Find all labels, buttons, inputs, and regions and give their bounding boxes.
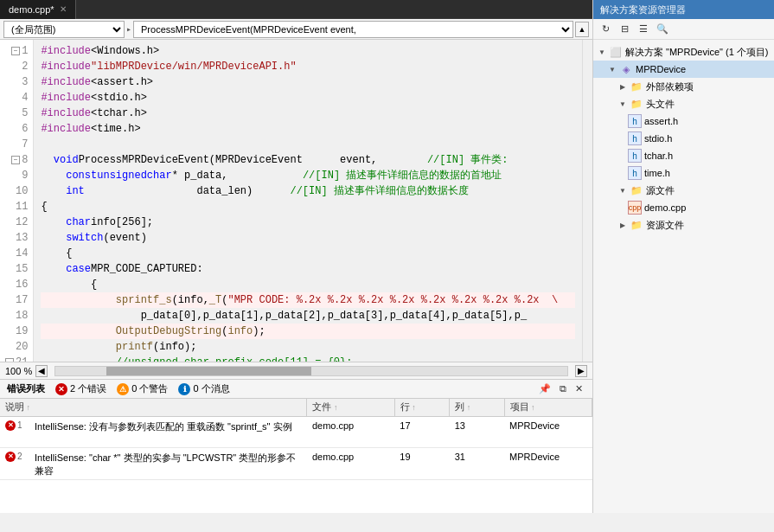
code-content[interactable]: #include <Windows.h> #include "libMPRDev… — [34, 40, 582, 362]
tree-time-h[interactable]: h time.h — [593, 164, 774, 182]
stdio-icon: h — [628, 131, 642, 145]
error-icon: ✕ — [55, 383, 67, 395]
col-desc[interactable]: 说明 — [0, 399, 307, 416]
col-project[interactable]: 项目 — [504, 399, 592, 416]
resources-label: 资源文件 — [646, 219, 684, 232]
tree-solution-root[interactable]: ▼ ⬜ 解决方案 "MPRDevice" (1 个项目) — [593, 43, 774, 61]
demo-cpp-label: demo.cpp — [644, 202, 686, 213]
error-row-2-line: 19 — [394, 447, 449, 480]
fold-1[interactable]: − — [11, 47, 20, 55]
error-row-1-message: IntelliSense: 没有与参数列表匹配的 重载函数 "sprintf_s… — [35, 420, 292, 433]
scroll-right[interactable]: ▶ — [575, 365, 587, 377]
headers-icon: 📁 — [630, 97, 643, 111]
tree-stdio-h[interactable]: h stdio.h — [593, 130, 774, 147]
tree-source-folder[interactable]: ▼ 📁 源文件 — [593, 182, 774, 199]
tab-demo-cpp[interactable]: demo.cpp* ✕ — [0, 0, 76, 19]
tree-external-deps[interactable]: ▶ 📁 外部依赖项 — [593, 78, 774, 95]
tab-label: demo.cpp* — [9, 4, 54, 15]
col-line[interactable]: 行 — [394, 399, 449, 416]
pane-pin-button[interactable]: 📌 — [536, 382, 553, 395]
code-line-13: switch (event) — [41, 230, 575, 246]
external-arrow: ▶ — [617, 81, 628, 92]
col-col[interactable]: 列 — [450, 399, 504, 416]
code-line-1: #include <Windows.h> — [41, 43, 575, 59]
sol-collapse-btn[interactable]: ⊟ — [616, 21, 633, 38]
code-line-20: printf(info); — [41, 339, 575, 355]
sol-properties-btn[interactable]: ☰ — [635, 21, 652, 38]
fold-21[interactable]: − — [5, 358, 14, 362]
error-badge-warnings[interactable]: ⚠ 0 个警告 — [117, 382, 168, 395]
source-label: 源文件 — [646, 184, 675, 197]
right-panel: 解决方案资源管理器 ↻ ⊟ ☰ 🔍 ▼ ⬜ 解决方案 "MPRDevice" (… — [592, 0, 774, 513]
error-row-2-col: 31 — [450, 447, 504, 480]
demo-cpp-icon: cpp — [628, 201, 642, 215]
solution-tree: ▼ ⬜ 解决方案 "MPRDevice" (1 个项目) ▼ ◈ MPRDevi… — [593, 40, 774, 513]
pane-close-button[interactable]: ✕ — [573, 382, 585, 395]
solution-arrow: ▼ — [597, 47, 607, 57]
error-row-2[interactable]: ✕ 2 IntelliSense: "char *" 类型的实参与 "LPCWS… — [0, 447, 592, 480]
error-table-header: 说明 文件 行 列 项目 — [0, 399, 592, 416]
solution-label: 解决方案 "MPRDevice" (1 个项目) — [625, 46, 769, 59]
code-line-3: #include <assert.h> — [41, 74, 575, 90]
toolbar-scroll-up[interactable]: ▲ — [575, 22, 589, 37]
error-row-1-file: demo.cpp — [307, 416, 394, 447]
warning-icon: ⚠ — [117, 383, 129, 395]
horizontal-scrollbar[interactable] — [54, 366, 568, 376]
code-line-2: #include "libMPRDevice/win/MPRDeviceAPI.… — [41, 59, 575, 74]
error-pane-title: 错误列表 — [7, 382, 45, 395]
sol-search-btn[interactable]: 🔍 — [654, 21, 671, 38]
code-line-9: const unsigned char* p_data, //[IN] 描述事件… — [41, 168, 575, 183]
source-arrow: ▼ — [617, 185, 628, 195]
resources-arrow: ▶ — [617, 220, 628, 230]
info-icon: ℹ — [178, 383, 190, 395]
fold-8[interactable]: − — [11, 156, 20, 164]
tree-demo-cpp[interactable]: cpp demo.cpp — [593, 199, 774, 216]
solution-toolbar: ↻ ⊟ ☰ 🔍 — [593, 19, 774, 40]
tree-project[interactable]: ▼ ◈ MPRDevice — [593, 61, 774, 78]
code-line-8: void ProcessMPRDeviceEvent(MPRDeviceEven… — [41, 152, 575, 168]
warning-count: 0 个警告 — [131, 382, 168, 395]
error-badge-info[interactable]: ℹ 0 个消息 — [178, 382, 229, 395]
error-row-1-desc: ✕ 1 IntelliSense: 没有与参数列表匹配的 重载函数 "sprin… — [0, 417, 307, 435]
code-line-15: case MPR_CODE_CAPTURED: — [41, 261, 575, 277]
external-label: 外部依赖项 — [646, 80, 694, 93]
app-root: demo.cpp* ✕ (全局范围) ▸ ProcessMPRDeviceEve… — [0, 0, 774, 532]
col-file[interactable]: 文件 — [307, 399, 394, 416]
tab-bar: demo.cpp* ✕ — [0, 0, 592, 19]
project-label: MPRDevice — [636, 64, 686, 74]
code-line-19: OutputDebugString(info); — [41, 324, 575, 339]
headers-arrow: ▼ — [617, 99, 628, 109]
tab-close-icon[interactable]: ✕ — [60, 4, 67, 14]
scope-dropdown[interactable]: (全局范围) — [3, 21, 125, 38]
headers-label: 头文件 — [646, 98, 675, 111]
error-row-1-project: MPRDevice — [504, 416, 592, 447]
toolbar-arrow: ▸ — [126, 24, 131, 35]
tree-headers-folder[interactable]: ▼ 📁 头文件 — [593, 95, 774, 112]
code-line-18: p_data[0],p_data[1],p_data[2],p_data[3],… — [41, 308, 575, 324]
sol-refresh-btn[interactable]: ↻ — [597, 21, 614, 38]
pane-float-button[interactable]: ⧉ — [557, 382, 569, 395]
code-line-14: { — [41, 246, 575, 261]
editor-status-bar: 100 % ◀ ▶ — [0, 362, 592, 379]
scrollbar-thumb — [106, 367, 311, 375]
time-icon: h — [628, 166, 642, 180]
method-dropdown[interactable]: ProcessMPRDeviceEvent(MPRDeviceEvent eve… — [133, 21, 573, 38]
error-row-2-num-icon: ✕ 2 — [5, 452, 31, 462]
zoom-decrease[interactable]: ◀ — [35, 365, 48, 377]
tree-resources-folder[interactable]: ▶ 📁 资源文件 — [593, 216, 774, 234]
error-row-2-project: MPRDevice — [504, 447, 592, 480]
main-layout: demo.cpp* ✕ (全局范围) ▸ ProcessMPRDeviceEve… — [0, 0, 774, 513]
error-row-2-file: demo.cpp — [307, 447, 394, 480]
code-line-10: int data_len) //[IN] 描述事件详细信息的数据长度 — [41, 183, 575, 199]
error-row-1-line: 17 — [394, 416, 449, 447]
project-icon: ◈ — [619, 62, 633, 76]
code-line-11: { — [41, 199, 575, 215]
resources-icon: 📁 — [630, 218, 643, 232]
tree-tchar-h[interactable]: h tchar.h — [593, 147, 774, 164]
editor-scrollbar[interactable] — [582, 40, 592, 362]
time-label: time.h — [644, 168, 670, 178]
error-row-1[interactable]: ✕ 1 IntelliSense: 没有与参数列表匹配的 重载函数 "sprin… — [0, 416, 592, 447]
error-row-1-num-icon: ✕ 1 — [5, 420, 31, 431]
error-badge-errors[interactable]: ✕ 2 个错误 — [55, 382, 106, 395]
tree-assert-h[interactable]: h assert.h — [593, 112, 774, 130]
